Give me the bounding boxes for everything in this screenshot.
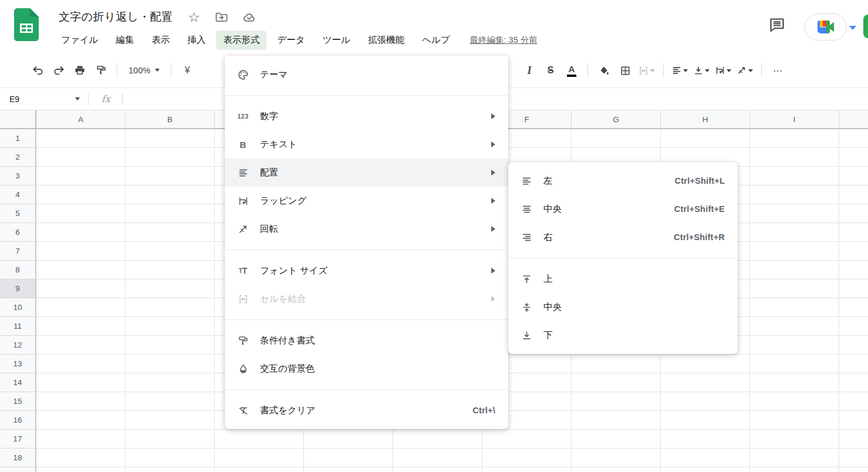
menu-item-rotation[interactable]: 回転	[225, 215, 508, 243]
column-header-I[interactable]: I	[750, 110, 839, 129]
share-button-partial[interactable]	[863, 15, 868, 38]
menu-item-conditional-formatting[interactable]: 条件付き書式	[225, 326, 508, 355]
submenu-item-valign-bottom[interactable]: 下	[508, 321, 738, 349]
cell-G16[interactable]	[572, 411, 661, 430]
cloud-saved-icon[interactable]	[243, 12, 256, 22]
cell-partial-7[interactable]	[839, 242, 868, 261]
cell-D17[interactable]	[304, 430, 393, 449]
cell-E19[interactable]	[393, 467, 482, 472]
cell-A16[interactable]	[36, 411, 126, 430]
menu-item-clear-formatting[interactable]: 書式をクリア Ctrl+\	[225, 396, 508, 424]
move-folder-icon[interactable]	[215, 12, 228, 22]
row-header-1[interactable]: 1	[0, 129, 36, 148]
cell-A5[interactable]	[36, 204, 126, 223]
menu-item-number[interactable]: 123 数字	[225, 102, 508, 130]
cell-I13[interactable]	[750, 355, 839, 373]
undo-button[interactable]	[27, 60, 48, 81]
cell-B15[interactable]	[126, 392, 215, 411]
cell-partial-14[interactable]	[839, 373, 868, 392]
cell-B16[interactable]	[126, 411, 215, 430]
cell-B11[interactable]	[126, 317, 215, 336]
cell-E17[interactable]	[393, 430, 482, 449]
menu-item-merge-cells[interactable]: セルを結合	[225, 285, 508, 313]
menubar-item-8[interactable]: ヘルプ	[415, 31, 457, 50]
cell-A3[interactable]	[36, 167, 126, 186]
column-header-G[interactable]: G	[572, 110, 661, 129]
menu-item-alignment[interactable]: 配置	[225, 159, 508, 187]
cell-B17[interactable]	[126, 430, 215, 449]
borders-button[interactable]	[614, 60, 636, 81]
cell-B9[interactable]	[126, 279, 215, 298]
cell-A10[interactable]	[36, 298, 126, 317]
cell-A1[interactable]	[36, 129, 126, 148]
menu-item-theme[interactable]: テーマ	[225, 60, 508, 89]
menu-item-font-size[interactable]: TT フォント サイズ	[225, 257, 508, 285]
row-header-17[interactable]: 17	[0, 430, 36, 449]
row-header-9[interactable]: 9	[0, 279, 36, 298]
text-color-button[interactable]: A	[561, 60, 582, 81]
select-all-corner[interactable]	[0, 110, 36, 129]
row-header-2[interactable]: 2	[0, 148, 36, 167]
meet-account-button[interactable]	[805, 14, 847, 41]
cell-I18[interactable]	[750, 449, 839, 467]
cell-B8[interactable]	[126, 261, 215, 279]
cell-A9[interactable]	[36, 279, 126, 298]
cell-partial-17[interactable]	[839, 430, 868, 449]
cell-A13[interactable]	[36, 355, 126, 373]
cell-B5[interactable]	[126, 204, 215, 223]
cell-I1[interactable]	[750, 129, 839, 148]
cell-partial-4[interactable]	[839, 186, 868, 204]
cell-G13[interactable]	[572, 355, 661, 373]
menubar-item-2[interactable]: 表示	[144, 31, 177, 50]
cell-I19[interactable]	[750, 467, 839, 472]
cell-partial-19[interactable]	[839, 467, 868, 472]
cell-C17[interactable]	[215, 430, 304, 449]
cell-I16[interactable]	[750, 411, 839, 430]
cell-H15[interactable]	[661, 392, 750, 411]
cell-partial-3[interactable]	[839, 167, 868, 186]
cell-C18[interactable]	[215, 449, 304, 467]
merge-cells-control[interactable]	[636, 66, 658, 76]
cell-partial-10[interactable]	[839, 298, 868, 317]
cell-G14[interactable]	[572, 373, 661, 392]
menu-item-wrapping[interactable]: ラッピング	[225, 187, 508, 215]
cell-B12[interactable]	[126, 336, 215, 355]
cell-partial-12[interactable]	[839, 336, 868, 355]
cell-partial-5[interactable]	[839, 204, 868, 223]
cell-partial-1[interactable]	[839, 129, 868, 148]
column-header-B[interactable]: B	[126, 110, 215, 129]
cell-partial-13[interactable]	[839, 355, 868, 373]
paint-format-button[interactable]	[90, 60, 112, 81]
column-header-A[interactable]: A	[36, 110, 126, 129]
cell-I7[interactable]	[750, 242, 839, 261]
cell-partial-18[interactable]	[839, 449, 868, 467]
cell-G19[interactable]	[572, 467, 661, 472]
strikethrough-button[interactable]: S	[540, 60, 561, 81]
horizontal-align-control[interactable]	[669, 66, 691, 75]
cell-H19[interactable]	[661, 467, 750, 472]
row-header-6[interactable]: 6	[0, 223, 36, 242]
last-edit-link[interactable]: 最終編集: 35 分前	[470, 35, 538, 46]
cell-I15[interactable]	[750, 392, 839, 411]
comments-icon[interactable]	[769, 18, 785, 32]
cell-B4[interactable]	[126, 186, 215, 204]
cell-G17[interactable]	[572, 430, 661, 449]
cell-C19[interactable]	[215, 467, 304, 472]
cell-B19[interactable]	[126, 467, 215, 472]
cell-H13[interactable]	[661, 355, 750, 373]
cell-A14[interactable]	[36, 373, 126, 392]
account-dropdown-caret[interactable]	[849, 26, 856, 30]
cell-A8[interactable]	[36, 261, 126, 279]
row-header-8[interactable]: 8	[0, 261, 36, 279]
submenu-item-valign-middle[interactable]: 中央	[508, 293, 738, 321]
redo-button[interactable]	[48, 60, 69, 81]
cell-B13[interactable]	[126, 355, 215, 373]
row-header-18[interactable]: 18	[0, 449, 36, 467]
cell-partial-15[interactable]	[839, 392, 868, 411]
cell-E18[interactable]	[393, 449, 482, 467]
cell-I14[interactable]	[750, 373, 839, 392]
row-header-3[interactable]: 3	[0, 167, 36, 186]
cell-I4[interactable]	[750, 186, 839, 204]
cell-G15[interactable]	[572, 392, 661, 411]
cell-H16[interactable]	[661, 411, 750, 430]
